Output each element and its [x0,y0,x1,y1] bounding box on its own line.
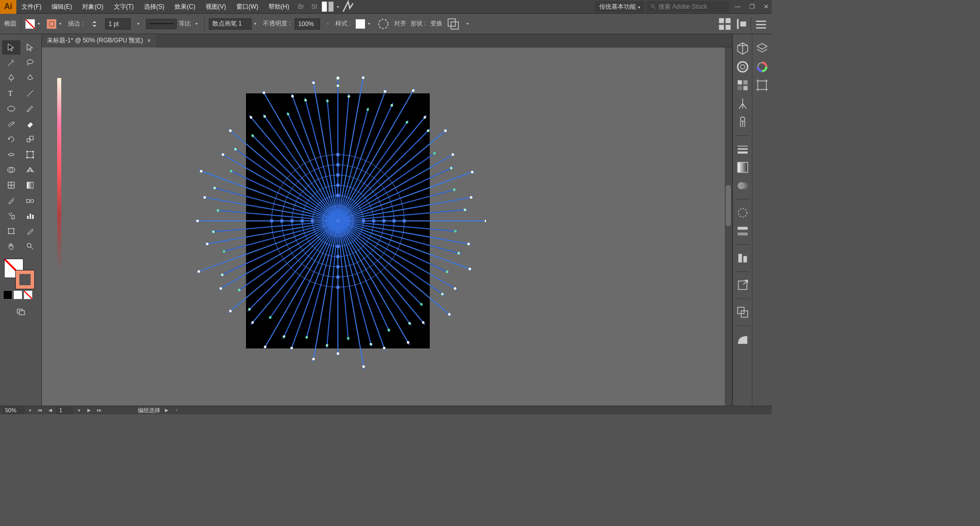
artboard-number[interactable]: 1 [56,407,74,414]
menu-edit[interactable]: 编辑(E) [46,0,77,14]
transform-panel-icon[interactable] [447,17,460,31]
panel-transparency-icon[interactable] [736,179,750,193]
search-input[interactable]: 搜索 Adobe Stock [647,1,729,12]
panel-gradient-icon[interactable] [736,160,750,174]
free-transform-tool[interactable] [21,147,40,162]
artboard-next-icon[interactable]: ▶ [85,407,93,414]
zoom-dropdown[interactable] [27,405,34,414]
panel-align-icon[interactable] [736,251,750,265]
recolor-artwork-icon[interactable] [377,17,390,31]
hand-tool[interactable] [2,239,20,254]
shape-builder-tool[interactable] [2,163,20,177]
panel-menu-icon[interactable] [754,17,768,31]
panel-color-icon[interactable] [755,60,769,74]
close-tab-icon[interactable]: × [147,37,151,44]
menu-object[interactable]: 对象(O) [77,0,108,14]
color-mode-none[interactable] [23,290,33,299]
panel-graphic-styles-icon[interactable] [736,224,750,238]
color-mode-gradient[interactable] [13,290,22,299]
zoom-level[interactable]: 50% [2,407,24,414]
panel-layers-icon[interactable] [755,41,769,56]
bridge-icon[interactable]: Br [295,0,308,13]
artboard-last-icon[interactable]: ⏭ [95,407,103,414]
isolate-group-icon[interactable] [718,17,731,31]
menu-help[interactable]: 帮助(H) [263,0,295,14]
panel-pathfinder-icon[interactable] [736,305,750,319]
opacity-dropdown[interactable]: › [324,19,331,29]
vertical-scrollbar[interactable] [725,47,732,406]
transform-label[interactable]: 变换 [430,19,443,28]
brush-definition[interactable]: 散点画笔 1 [209,18,259,30]
shape-label[interactable]: 形状 : [410,19,426,28]
gradient-tool[interactable] [21,178,40,192]
panel-appearance-icon[interactable] [736,206,750,220]
perspective-grid-tool[interactable] [21,163,40,177]
gradient-annotator[interactable] [57,78,61,272]
document-tab[interactable]: 未标题-1* @ 50% (RGB/GPU 预览) × [42,34,156,47]
stroke-weight-stepper[interactable] [88,17,101,31]
curvature-tool[interactable] [21,71,40,85]
graphic-style[interactable] [355,19,373,29]
panel-artboards-icon[interactable] [755,78,769,92]
eraser-tool[interactable] [21,117,40,131]
window-close-icon[interactable]: ✕ [761,1,772,12]
fill-swatch[interactable] [25,19,42,29]
panel-asset-export-icon[interactable] [736,278,750,292]
rotate-tool[interactable] [2,132,20,146]
panel-symbols-icon[interactable] [736,115,750,129]
opacity-input[interactable]: 100% [295,18,320,30]
width-tool[interactable] [2,147,20,162]
symbol-sprayer-tool[interactable] [2,209,20,223]
panel-swatches-icon[interactable] [736,78,750,92]
magic-wand-tool[interactable] [2,56,20,70]
line-tool[interactable] [21,86,40,101]
align-label[interactable]: 对齐 [394,19,406,28]
panel-properties-icon[interactable] [736,332,750,346]
shaper-tool[interactable] [2,117,20,131]
workspace-switcher[interactable]: 传统基本功能 [595,1,644,12]
canvas[interactable] [42,47,732,406]
window-minimize-icon[interactable]: — [732,1,743,12]
artboard-prev-icon[interactable]: ◀ [46,407,54,414]
stroke-indicator[interactable] [15,270,35,289]
pen-tool[interactable] [2,71,20,85]
variable-width-profile[interactable]: 等比 [146,19,200,29]
menu-select[interactable]: 选择(S) [139,0,169,14]
type-tool[interactable]: T [2,86,20,101]
panel-cc-libraries-icon[interactable] [736,60,750,74]
artboard-first-icon[interactable]: ⏮ [36,407,44,414]
transform-dropdown[interactable] [464,19,471,29]
menu-effect[interactable]: 效果(C) [169,0,201,14]
arrange-docs-icon[interactable] [321,0,334,13]
panel-brushes-icon[interactable] [736,96,750,111]
lasso-tool[interactable] [21,56,40,70]
artboard-dropdown[interactable] [76,405,83,414]
paintbrush-tool[interactable] [21,102,40,116]
scrollbar-thumb[interactable] [726,185,731,226]
color-mode-fill[interactable] [3,290,12,299]
blend-tool[interactable] [21,193,40,208]
panel-3d-icon[interactable] [736,41,750,56]
fill-stroke-indicator[interactable] [0,258,41,288]
selection-tool[interactable] [2,40,20,55]
status-menu-icon[interactable]: ▶ [162,407,170,414]
slice-tool[interactable] [21,224,40,238]
hscroll-left-icon[interactable]: ‹ [173,407,181,414]
ellipse-tool[interactable] [2,102,20,116]
menu-file[interactable]: 文件(F) [16,0,46,14]
menu-view[interactable]: 视图(V) [201,0,231,14]
menu-window[interactable]: 窗口(W) [231,0,263,14]
panel-stroke-icon[interactable] [736,142,750,156]
align-to-icon[interactable] [734,17,748,31]
mesh-tool[interactable] [2,178,20,192]
zoom-tool[interactable] [21,239,40,254]
stroke-swatch[interactable] [46,19,64,29]
eyedropper-tool[interactable] [2,193,20,208]
scale-tool[interactable] [21,132,40,146]
stroke-weight-input[interactable]: 1 pt [105,18,131,30]
stroke-weight-dropdown[interactable] [135,19,142,29]
direct-selection-tool[interactable] [21,40,40,55]
arrange-docs-dropdown[interactable] [334,2,341,12]
menu-type[interactable]: 文字(T) [109,0,139,14]
screen-mode-tool[interactable] [16,305,26,319]
